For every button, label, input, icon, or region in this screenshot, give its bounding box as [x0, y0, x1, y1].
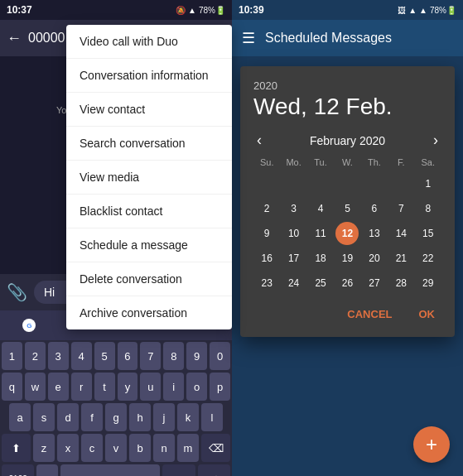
cal-day-22[interactable]: 22 [417, 247, 440, 270]
backspace-key[interactable]: ⌫ [201, 434, 230, 462]
back-button[interactable]: ← [7, 30, 22, 47]
status-bar-right: 10:39 🖼 ▲ ▲ 78%🔋 [232, 0, 463, 20]
key-l[interactable]: l [201, 403, 223, 431]
key-9[interactable]: 9 [186, 342, 207, 370]
cal-day-19[interactable]: 19 [335, 247, 359, 270]
key-r[interactable]: r [71, 373, 92, 401]
symbols-key[interactable]: ?123 [2, 464, 34, 476]
cal-day-20[interactable]: 20 [363, 247, 386, 270]
cal-day-12[interactable]: 12 [335, 222, 359, 245]
key-y[interactable]: y [118, 373, 138, 401]
period-key[interactable]: . [162, 464, 195, 476]
key-z[interactable]: z [33, 434, 55, 462]
key-w[interactable]: w [25, 373, 46, 401]
menu-item-search-conversation[interactable]: Search conversation [66, 127, 232, 161]
cal-day-24[interactable]: 24 [282, 272, 306, 295]
key-c[interactable]: c [81, 434, 103, 462]
prev-month-button[interactable]: ‹ [253, 132, 265, 149]
key-x[interactable]: x [57, 434, 79, 462]
cal-empty [255, 172, 278, 195]
cal-day-2[interactable]: 2 [255, 197, 278, 220]
key-v[interactable]: v [105, 434, 127, 462]
key-t[interactable]: t [94, 373, 115, 401]
key-n[interactable]: n [153, 434, 175, 462]
key-p[interactable]: p [210, 373, 230, 401]
key-3[interactable]: 3 [48, 342, 69, 370]
key-6[interactable]: 6 [118, 342, 138, 370]
key-m[interactable]: m [177, 434, 199, 462]
cal-day-9[interactable]: 9 [255, 222, 278, 245]
calendar-year: 2020 [253, 79, 441, 92]
fab-button[interactable]: + [413, 426, 450, 463]
key-1[interactable]: 1 [2, 342, 22, 370]
space-key[interactable] [60, 464, 160, 476]
key-8[interactable]: 8 [163, 342, 184, 370]
menu-item-schedule[interactable]: Schedule a message [66, 228, 232, 262]
cal-day-23[interactable]: 23 [255, 272, 278, 295]
cal-day-11[interactable]: 11 [309, 222, 332, 245]
menu-item-view-contact[interactable]: View contact [66, 93, 232, 127]
cal-day-16[interactable]: 16 [255, 247, 278, 270]
key-4[interactable]: 4 [71, 342, 92, 370]
cal-day-15[interactable]: 15 [417, 222, 440, 245]
cal-day-27[interactable]: 27 [363, 272, 386, 295]
key-a[interactable]: a [9, 403, 31, 431]
hamburger-icon[interactable]: ☰ [242, 29, 255, 47]
keyboard-area: G Hi HI His 1 2 3 4 5 6 7 8 9 0 q w [0, 310, 232, 476]
key-o[interactable]: o [186, 373, 207, 401]
menu-item-archive[interactable]: Archive conversation [66, 296, 232, 329]
key-0[interactable]: 0 [210, 342, 230, 370]
key-b[interactable]: b [129, 434, 151, 462]
attach-icon[interactable]: 📎 [7, 282, 27, 302]
battery-icon-right: 78%🔋 [430, 6, 456, 15]
cal-day-17[interactable]: 17 [282, 247, 306, 270]
key-d[interactable]: d [57, 403, 79, 431]
key-j[interactable]: j [153, 403, 175, 431]
cal-day-4[interactable]: 4 [309, 197, 332, 220]
key-g[interactable]: g [105, 403, 127, 431]
cal-day-26[interactable]: 26 [335, 272, 359, 295]
cal-day-6[interactable]: 6 [363, 197, 386, 220]
cal-day-29[interactable]: 29 [417, 272, 440, 295]
key-u[interactable]: u [140, 373, 161, 401]
key-5[interactable]: 5 [94, 342, 115, 370]
cal-day-21[interactable]: 21 [389, 247, 412, 270]
cal-day-1[interactable]: 1 [417, 172, 440, 195]
cancel-button[interactable]: CANCEL [340, 305, 398, 324]
next-month-button[interactable]: › [430, 132, 441, 149]
time-left: 10:37 [7, 4, 32, 16]
status-icons-left: 🔕 ▲ 78%🔋 [176, 6, 225, 15]
cal-empty [389, 172, 412, 195]
enter-key[interactable]: ↵ [198, 464, 230, 476]
key-f[interactable]: f [81, 403, 103, 431]
cal-day-13[interactable]: 13 [363, 222, 386, 245]
key-i[interactable]: i [163, 373, 184, 401]
menu-item-view-media[interactable]: View media [66, 161, 232, 195]
key-2[interactable]: 2 [25, 342, 46, 370]
cal-day-8[interactable]: 8 [417, 197, 440, 220]
key-q[interactable]: q [2, 373, 22, 401]
menu-item-video-call[interactable]: Video call with Duo [66, 25, 232, 59]
shift-key[interactable]: ⬆ [2, 434, 31, 462]
menu-item-delete[interactable]: Delete conversation [66, 262, 232, 296]
key-e[interactable]: e [48, 373, 69, 401]
key-h[interactable]: h [129, 403, 151, 431]
menu-item-conversation-info[interactable]: Conversation information [66, 59, 232, 93]
ok-button[interactable]: OK [412, 305, 442, 324]
cal-day-28[interactable]: 28 [389, 272, 412, 295]
emoji-key[interactable]: ☺ [36, 464, 58, 476]
cal-day-5[interactable]: 5 [335, 197, 359, 220]
calendar-week-2: 2 3 4 5 6 7 8 [253, 197, 441, 220]
cal-day-10[interactable]: 10 [282, 222, 306, 245]
cal-day-18[interactable]: 18 [309, 247, 332, 270]
key-s[interactable]: s [33, 403, 55, 431]
zxcv-row: ⬆ z x c v b n m ⌫ [2, 434, 230, 462]
cal-day-7[interactable]: 7 [389, 197, 412, 220]
cal-day-14[interactable]: 14 [389, 222, 412, 245]
menu-item-blacklist[interactable]: Blacklist contact [66, 195, 232, 228]
cal-day-3[interactable]: 3 [282, 197, 306, 220]
cal-day-25[interactable]: 25 [309, 272, 332, 295]
key-k[interactable]: k [177, 403, 199, 431]
cal-empty [335, 172, 359, 195]
key-7[interactable]: 7 [140, 342, 161, 370]
